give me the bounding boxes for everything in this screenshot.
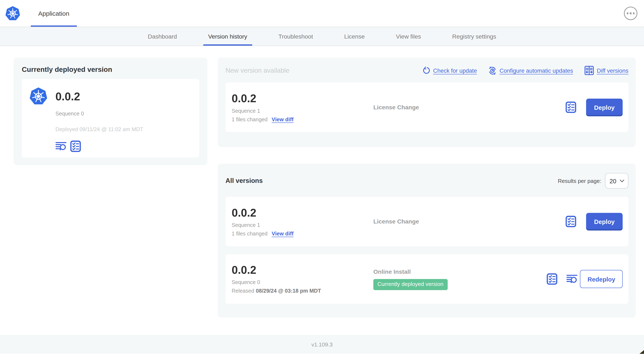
header-spacer	[77, 0, 624, 27]
chevron-down-icon	[620, 179, 624, 182]
new-version-panel: New version available Check for update	[218, 58, 636, 147]
currently-deployed-title: Currently deployed version	[22, 66, 199, 74]
tab-troubleshoot[interactable]: Troubleshoot	[274, 27, 318, 46]
tab-dashboard[interactable]: Dashboard	[143, 27, 182, 46]
deploy-button[interactable]: Deploy	[586, 213, 623, 230]
tab-license[interactable]: License	[339, 27, 370, 46]
currently-deployed-card: 0.0.2 Sequence 0 Deployed 09/11/24 @ 11:…	[22, 79, 199, 158]
files-changed-label: 1 files changed	[232, 230, 268, 236]
version-label: 0.0.2	[232, 207, 373, 219]
deployed-sequence-label: Sequence 0	[56, 111, 143, 117]
kubernetes-logo-icon	[6, 5, 20, 22]
kots-admin-console: Application Dashboard Version history Tr…	[0, 0, 644, 354]
released-timestamp: Released08/29/24 @ 03:18 pm MDT	[232, 288, 373, 294]
tab-view-files[interactable]: View files	[391, 27, 426, 46]
preflight-checks-icon[interactable]	[70, 141, 81, 152]
refresh-icon	[422, 67, 430, 74]
kubernetes-logo-icon	[28, 87, 48, 106]
version-source-label: Online Install	[373, 268, 411, 275]
new-version-title: New version available	[226, 67, 422, 74]
check-for-update-link[interactable]: Check for update	[422, 67, 477, 74]
preflight-checks-icon[interactable]	[566, 102, 576, 113]
preflight-checks-icon[interactable]	[566, 216, 576, 227]
results-per-page-value: 20	[610, 177, 616, 184]
deployed-version-label: 0.0.2	[56, 91, 143, 103]
results-per-page-select[interactable]: 20	[605, 173, 628, 189]
sequence-label: Sequence 0	[232, 279, 373, 285]
version-label: 0.0.2	[232, 92, 373, 105]
more-options-icon[interactable]	[624, 7, 638, 20]
version-label: 0.0.2	[232, 264, 373, 276]
view-diff-link[interactable]: View diff	[272, 230, 294, 236]
view-deploy-logs-icon[interactable]	[56, 142, 66, 151]
preflight-checks-icon[interactable]	[547, 273, 558, 285]
diff-versions-link[interactable]: Diff versions	[584, 66, 628, 75]
deployed-timestamp: Deployed 09/11/24 @ 11:02 am MDT	[56, 126, 143, 133]
version-row: 0.0.2 Sequence 0 Released08/29/24 @ 03:1…	[226, 254, 628, 303]
deploy-button[interactable]: Deploy	[586, 99, 623, 116]
new-version-card: 0.0.2 Sequence 1 1 files changed View di…	[226, 83, 628, 132]
main-content: Currently deployed version 0.0.2 Sequenc…	[0, 46, 644, 335]
currently-deployed-panel: Currently deployed version 0.0.2 Sequenc…	[14, 58, 208, 165]
version-source-label: License Change	[373, 218, 419, 225]
configure-automatic-updates-link[interactable]: Configure automatic updates	[488, 66, 573, 75]
sequence-label: Sequence 1	[232, 108, 373, 114]
sequence-label: Sequence 1	[232, 222, 373, 228]
version-source-label: License Change	[373, 104, 419, 110]
results-per-page-label: Results per page:	[558, 178, 601, 184]
app-subnav: Dashboard Version history Troubleshoot L…	[0, 27, 644, 46]
tab-registry-settings[interactable]: Registry settings	[447, 27, 501, 46]
auto-update-clock-icon	[488, 66, 496, 75]
tab-version-history[interactable]: Version history	[203, 27, 252, 46]
diff-icon	[584, 66, 594, 75]
version-row: 0.0.2 Sequence 1 1 files changed View di…	[226, 197, 628, 246]
all-versions-title: All versions	[226, 177, 558, 185]
currently-deployed-badge: Currently deployed version	[373, 279, 448, 290]
redeploy-button[interactable]: Redeploy	[580, 270, 623, 288]
files-changed-label: 1 files changed	[232, 116, 268, 122]
app-header: Application	[0, 0, 644, 27]
console-version-label: v1.109.3	[311, 341, 333, 347]
app-tab-application[interactable]: Application	[31, 0, 77, 27]
app-footer: v1.109.3	[0, 335, 644, 354]
app-tab-label: Application	[38, 10, 69, 17]
view-diff-link[interactable]: View diff	[272, 116, 294, 122]
view-deploy-logs-icon[interactable]	[566, 274, 578, 283]
all-versions-panel: All versions Results per page: 20 0.0.2 …	[218, 164, 636, 318]
